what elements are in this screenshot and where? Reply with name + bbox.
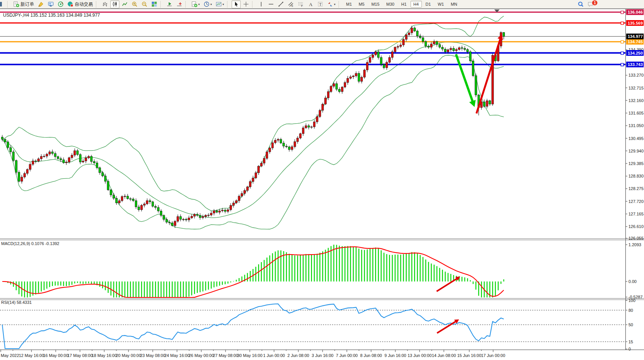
candle-body <box>503 33 505 36</box>
arrows-button[interactable]: ▾ <box>326 0 337 8</box>
candle-body <box>255 173 257 178</box>
candle-body <box>285 146 287 147</box>
candle-body <box>27 170 28 173</box>
text-button[interactable]: A <box>306 0 315 8</box>
price-tick-label: 133.270 <box>628 73 644 77</box>
candle-body <box>38 159 39 161</box>
horizontal-line-button[interactable] <box>266 0 276 8</box>
candle-body <box>1 137 3 139</box>
candle-body <box>99 168 101 173</box>
candle-body <box>302 128 304 134</box>
vline-icon <box>258 1 264 7</box>
candle-body <box>386 62 388 68</box>
new-order-button[interactable]: 新订单 <box>12 0 36 8</box>
timeframe-button-d1[interactable]: D1 <box>423 1 434 8</box>
candle-body <box>353 76 354 77</box>
candle-body <box>405 35 407 39</box>
hline-handle-134.250[interactable] <box>621 52 624 55</box>
candle-body <box>283 143 285 146</box>
newchart-icon <box>191 1 197 7</box>
market-watch-button[interactable] <box>46 0 55 8</box>
candlestick-chart-button[interactable] <box>110 0 119 8</box>
timeframe-button-mn[interactable]: MN <box>448 1 460 8</box>
trendline-button[interactable] <box>276 0 285 8</box>
search-button[interactable] <box>576 0 585 8</box>
candle-body <box>88 156 89 158</box>
candle-body <box>24 173 25 177</box>
zoom-out-button[interactable] <box>140 0 149 8</box>
price-level-badge-text: 135.569 <box>628 21 643 25</box>
price-level-badge-text: 136.046 <box>628 10 643 14</box>
template-icon <box>216 1 222 7</box>
timeframe-button-h4[interactable]: H4 <box>411 1 422 8</box>
timeframe-button-m15[interactable]: M15 <box>368 1 382 8</box>
hline-handle-136.046[interactable] <box>621 11 624 14</box>
candle-body <box>196 214 198 215</box>
new-chart-button[interactable]: ▾ <box>190 0 201 8</box>
candle-body <box>155 206 157 208</box>
timeframe-button-w1[interactable]: W1 <box>435 1 447 8</box>
price-tick-label: 129.385 <box>628 161 644 166</box>
signals-button[interactable] <box>56 0 65 8</box>
chart-shift-button[interactable] <box>175 0 184 8</box>
monitor-icon <box>48 1 54 7</box>
label-button[interactable]: T <box>316 0 325 8</box>
candle-body <box>168 222 170 223</box>
notifications-button[interactable]: 1 <box>586 0 601 8</box>
equidistant-channel-button[interactable]: E <box>286 0 295 8</box>
candle-body <box>235 201 237 203</box>
candle-body <box>374 52 376 55</box>
fibonacci-button[interactable]: F <box>296 0 305 8</box>
timeframe-button-m5[interactable]: M5 <box>356 1 367 8</box>
autotrading-button[interactable]: 自动交易 <box>66 0 94 8</box>
candle-body <box>308 126 310 127</box>
timeframe-button-m1[interactable]: M1 <box>343 1 355 8</box>
tile-windows-button[interactable] <box>150 0 159 8</box>
candle-body <box>163 215 165 219</box>
hline-handle-133.743[interactable] <box>621 63 624 66</box>
metaeditor-button[interactable] <box>36 0 45 8</box>
candle-body <box>291 147 293 149</box>
crosshair-button[interactable] <box>241 0 251 8</box>
cursor-button[interactable] <box>232 0 241 8</box>
time-axis-label: 13 Jun 00:00 <box>407 353 432 358</box>
auto-scroll-button[interactable] <box>165 0 174 8</box>
candle-body <box>391 52 393 57</box>
candle-body <box>46 154 48 156</box>
hline-handle-135.569[interactable] <box>621 22 624 25</box>
candle-body <box>319 110 321 116</box>
rsi-scale-label: 15 <box>628 340 633 344</box>
time-axis-label: 27 May 08:00 <box>213 353 238 358</box>
timeframe-button-h1[interactable]: H1 <box>398 1 409 8</box>
candle-body <box>380 58 382 64</box>
templates-button[interactable]: ▾ <box>214 0 226 8</box>
candle-body <box>40 156 42 159</box>
candle-body <box>400 45 401 47</box>
line-chart-button[interactable] <box>120 0 129 8</box>
price-tick-label: 131.050 <box>628 123 644 128</box>
candle-body <box>263 159 265 163</box>
hline-handle-134.745[interactable] <box>621 41 624 43</box>
vertical-line-button[interactable] <box>257 0 266 8</box>
candle-body <box>266 152 268 158</box>
candle-body <box>93 162 95 163</box>
candle-body <box>280 139 282 143</box>
candle-body <box>60 159 62 160</box>
zoomout-icon <box>141 1 147 7</box>
periods-button[interactable]: ▾ <box>202 0 213 8</box>
svg-text:T: T <box>319 2 321 6</box>
zoom-in-button[interactable] <box>130 0 139 8</box>
candle-body <box>453 49 454 51</box>
candle-body <box>338 89 340 91</box>
bar-chart-button[interactable] <box>100 0 110 8</box>
toolbar-separator <box>185 1 188 8</box>
candle-body <box>188 218 190 220</box>
channel-icon: E <box>288 1 294 7</box>
candle-body <box>174 221 176 226</box>
autoscroll-icon <box>166 1 172 7</box>
candle-body <box>444 49 446 52</box>
timeframe-button-m30[interactable]: M30 <box>383 1 397 8</box>
chart-canvas[interactable]: 134.390133.270132.715132.160131.605131.0… <box>0 0 644 360</box>
rsi-scale-label: 100 <box>628 298 635 303</box>
candle-body <box>63 160 64 163</box>
